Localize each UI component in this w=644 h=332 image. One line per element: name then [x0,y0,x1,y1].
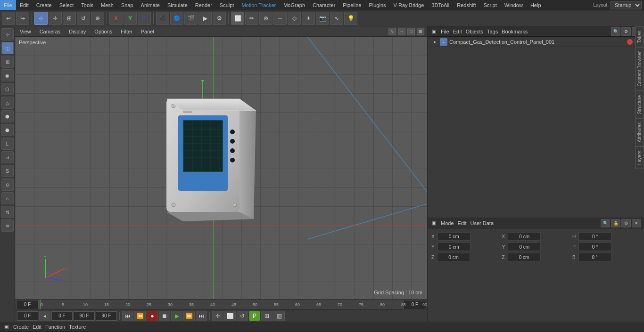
menu-item-render[interactable]: Render [191,0,216,10]
scale-tool[interactable]: ⊞ [63,12,76,25]
select-tool[interactable]: ⊹ [34,12,48,25]
axis-y-button[interactable]: Y [124,12,137,25]
render-view-button[interactable]: ▶ [198,12,212,25]
objects-search-button[interactable]: 🔍 [611,27,620,36]
coord-b-input[interactable] [578,253,611,261]
menu-item-sculpt[interactable]: Sculpt [216,0,238,10]
frame-end-input[interactable] [74,311,95,321]
menu-item-edit[interactable]: Edit [16,0,33,10]
mode-btn-2[interactable]: ⬜ [224,311,236,321]
panel-menu[interactable]: Panel [139,29,156,34]
step-back-button[interactable]: ⏪ [134,311,146,321]
menu-item-plugins[interactable]: Plugins [365,0,389,10]
scene-mode-button[interactable]: 🔵 [170,12,183,25]
current-frame-input[interactable] [51,311,73,321]
attr-search-button[interactable]: 🔍 [601,219,610,227]
menu-item-3dtoall[interactable]: 3DToAll [428,0,453,10]
menu-item-mograph[interactable]: MoGraph [280,0,309,10]
sidebar-btn-10[interactable]: ⊿ [1,151,14,163]
render-region-button[interactable]: 🎬 [184,12,198,25]
tab-content-browser[interactable]: Content Browser [635,47,644,90]
coord-y1-input[interactable] [438,243,471,251]
mode-btn-6[interactable]: ▥ [273,311,285,321]
vp-ctrl-1[interactable]: ⤡ [388,28,396,35]
menu-item-animate[interactable]: Animate [137,0,164,10]
mode-btn-3[interactable]: ↺ [237,311,248,321]
menu-item-help[interactable]: Help [527,0,545,10]
material-edit-menu[interactable]: Edit [33,324,41,330]
coord-h-input[interactable] [578,232,611,241]
filter-menu[interactable]: Filter [119,29,134,34]
vp-ctrl-4[interactable]: ⊞ [417,28,424,35]
sidebar-btn-8[interactable]: ⬣ [1,124,14,136]
menu-item-pipeline[interactable]: Pipeline [339,0,365,10]
mode-btn-5[interactable]: ⊞ [261,311,272,321]
coord-z2-input[interactable] [508,253,541,261]
goto-start-button[interactable]: ⏮ [122,311,133,321]
menu-item-vray[interactable]: V-Ray Bridge [390,0,428,10]
sidebar-btn-2[interactable]: ◫ [1,42,14,54]
menu-item-mesh[interactable]: Mesh [97,0,117,10]
frame-down-button[interactable]: ◂ [39,311,50,321]
view-menu[interactable]: View [18,29,33,34]
sidebar-btn-5[interactable]: ⬡ [1,83,14,95]
attr-lock-button[interactable]: 🔒 [611,219,620,227]
stop-button[interactable]: ⏹ [159,311,170,321]
tab-takes[interactable]: Takes [635,26,644,47]
objects-bookmarks-menu[interactable]: Bookmarks [502,29,528,34]
timeline-track[interactable]: 0 5 10 15 20 25 30 35 40 45 50 55 60 65 … [40,300,403,309]
sidebar-btn-4[interactable]: ◉ [1,69,14,81]
tab-layers[interactable]: Layers [635,146,644,169]
coord-y2-input[interactable] [508,243,541,251]
sidebar-btn-11[interactable]: S [1,165,14,177]
coord-x2-input[interactable] [508,232,541,241]
move-tool[interactable]: ✛ [49,12,62,25]
menu-item-tools[interactable]: Tools [77,0,97,10]
menu-item-character[interactable]: Character [309,0,339,10]
record-button[interactable]: ● [147,311,158,321]
menu-item-snap[interactable]: Snap [117,0,137,10]
material-function-menu[interactable]: Function [45,324,65,330]
menu-item-file[interactable]: File [0,0,16,10]
objects-tags-menu[interactable]: Tags [487,29,498,34]
axis-z-button[interactable]: Z [138,12,151,25]
coord-x1-input[interactable] [438,232,471,241]
coord-p-input[interactable] [578,243,611,251]
attr-close-button[interactable]: ✕ [632,219,641,227]
sidebar-btn-9[interactable]: L [1,138,14,150]
objects-edit-menu[interactable]: Edit [453,29,462,34]
render-settings-button[interactable]: ⚙ [213,12,226,25]
goto-end-button[interactable]: ⏭ [196,311,207,321]
frame-start-input[interactable] [17,311,38,321]
create-light-button[interactable]: ☀ [302,12,315,25]
menu-item-simulate[interactable]: Simulate [164,0,191,10]
create-camera-button[interactable]: 📷 [316,12,329,25]
step-forward-button[interactable]: ⏩ [183,311,195,321]
create-deformer-button[interactable]: ↔ [273,12,287,25]
play-forward-button[interactable]: ▶ [171,311,182,321]
material-texture-menu[interactable]: Texture [69,324,86,330]
object-mode-button[interactable]: ⬛ [156,12,169,25]
layout-dropdown[interactable]: Startup [611,1,642,9]
vp-ctrl-2[interactable]: ↔ [398,28,405,35]
tab-structure[interactable]: Structure [635,91,644,119]
create-spline-button[interactable]: ✏ [245,12,258,25]
objects-file-menu[interactable]: File [441,29,449,34]
sidebar-btn-14[interactable]: ⇅ [1,206,14,218]
create-nurbs-button[interactable]: ⊗ [259,12,272,25]
viewport-canvas[interactable]: X Y Z Perspective Grid Spacing : 10 cm [15,37,427,299]
menu-item-script[interactable]: Script [480,0,501,10]
tab-attributes[interactable]: Attributes [635,118,644,146]
attr-settings-button[interactable]: ⚙ [621,219,631,227]
mode-btn-1[interactable]: ✛ [212,311,223,321]
material-create-menu[interactable]: Create [13,324,29,330]
menu-item-redshift[interactable]: Redshift [453,0,479,10]
current-frame-display[interactable] [16,300,39,309]
objects-settings-button[interactable]: ⚙ [621,27,631,36]
redo-button[interactable]: ↪ [16,12,29,25]
sidebar-btn-12[interactable]: ⊙ [1,178,14,191]
sidebar-btn-15[interactable]: ≋ [1,219,14,232]
create-cube-button[interactable]: ⬜ [231,12,244,25]
sidebar-btn-6[interactable]: △ [1,97,14,109]
coord-z1-input[interactable] [437,253,470,261]
